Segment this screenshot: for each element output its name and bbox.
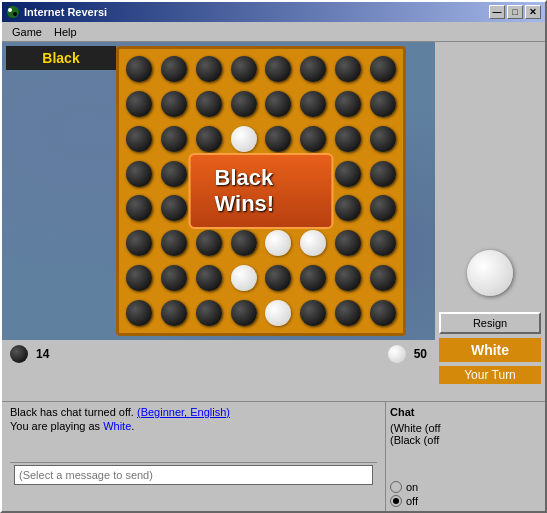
cell-3-1[interactable] [158,157,191,190]
black-piece [335,56,361,82]
cell-2-3[interactable] [227,123,260,156]
help-menu[interactable]: Help [48,24,83,40]
black-piece [370,91,396,117]
black-piece [370,195,396,221]
cell-2-7[interactable] [366,123,399,156]
chat-header: Chat [390,406,541,418]
white-piece-display [467,250,513,296]
white-piece [300,230,326,256]
cell-1-3[interactable] [227,88,260,121]
cell-7-5[interactable] [297,296,330,329]
radio-off-item: off [390,495,541,507]
minimize-button[interactable]: — [489,5,505,19]
cell-6-1[interactable] [158,262,191,295]
cell-0-3[interactable] [227,53,260,86]
black-piece [231,56,257,82]
cell-2-6[interactable] [332,123,365,156]
black-piece [370,161,396,187]
cell-2-1[interactable] [158,123,191,156]
cell-6-2[interactable] [193,262,226,295]
black-piece [196,56,222,82]
close-button[interactable]: ✕ [525,5,541,19]
black-piece [126,230,152,256]
cell-1-7[interactable] [366,88,399,121]
cell-2-5[interactable] [297,123,330,156]
cell-4-1[interactable] [158,192,191,225]
cell-5-3[interactable] [227,227,260,260]
radio-on-circle[interactable] [390,481,402,493]
black-piece [126,126,152,152]
cell-1-4[interactable] [262,88,295,121]
cell-4-6[interactable] [332,192,365,225]
cell-0-1[interactable] [158,53,191,86]
cell-2-2[interactable] [193,123,226,156]
cell-2-0[interactable] [123,123,156,156]
black-piece [196,300,222,326]
cell-7-1[interactable] [158,296,191,329]
cell-1-5[interactable] [297,88,330,121]
black-piece [231,230,257,256]
cell-5-4[interactable] [262,227,295,260]
cell-6-4[interactable] [262,262,295,295]
cell-3-6[interactable] [332,157,365,190]
black-piece [335,126,361,152]
cell-1-2[interactable] [193,88,226,121]
cell-3-0[interactable] [123,157,156,190]
cell-7-0[interactable] [123,296,156,329]
cell-3-7[interactable] [366,157,399,190]
radio-off-label: off [406,495,418,507]
status-line-1: Black has chat turned off. (Beginner, En… [10,406,377,418]
cell-0-4[interactable] [262,53,295,86]
cell-1-1[interactable] [158,88,191,121]
cell-0-6[interactable] [332,53,365,86]
black-piece [161,91,187,117]
black-piece [370,230,396,256]
cell-6-0[interactable] [123,262,156,295]
cell-1-6[interactable] [332,88,365,121]
game-menu[interactable]: Game [6,24,48,40]
game-bg: Black Black Wins! [2,42,435,340]
status-link[interactable]: (Beginner, English) [137,406,230,418]
black-piece [265,126,291,152]
win-message: Black Wins! [215,165,308,217]
white-player-label: White [439,338,541,362]
cell-4-0[interactable] [123,192,156,225]
chat-area: Chat (White (off (Black (off on off [385,402,545,511]
cell-0-2[interactable] [193,53,226,86]
cell-0-5[interactable] [297,53,330,86]
cell-7-2[interactable] [193,296,226,329]
black-piece [335,161,361,187]
white-score-piece [388,345,406,363]
chat-message-2: (Black (off [390,434,541,446]
playing-as-suffix: . [131,420,134,432]
black-piece [161,230,187,256]
game-section: Black Black Wins! 14 50 [2,42,435,401]
cell-7-7[interactable] [366,296,399,329]
cell-5-1[interactable] [158,227,191,260]
cell-5-5[interactable] [297,227,330,260]
radio-off-circle[interactable] [390,495,402,507]
black-piece [300,300,326,326]
cell-5-2[interactable] [193,227,226,260]
cell-6-3[interactable] [227,262,260,295]
black-piece [370,126,396,152]
resign-button[interactable]: Resign [439,312,541,334]
board-wrapper: Black Wins! [116,46,406,336]
cell-7-6[interactable] [332,296,365,329]
cell-0-0[interactable] [123,53,156,86]
message-input[interactable] [14,465,373,485]
cell-7-3[interactable] [227,296,260,329]
cell-6-7[interactable] [366,262,399,295]
cell-6-6[interactable] [332,262,365,295]
svg-point-1 [8,8,12,12]
cell-1-0[interactable] [123,88,156,121]
cell-0-7[interactable] [366,53,399,86]
cell-5-7[interactable] [366,227,399,260]
cell-4-7[interactable] [366,192,399,225]
cell-5-0[interactable] [123,227,156,260]
maximize-button[interactable]: □ [507,5,523,19]
cell-2-4[interactable] [262,123,295,156]
cell-6-5[interactable] [297,262,330,295]
cell-7-4[interactable] [262,296,295,329]
cell-5-6[interactable] [332,227,365,260]
